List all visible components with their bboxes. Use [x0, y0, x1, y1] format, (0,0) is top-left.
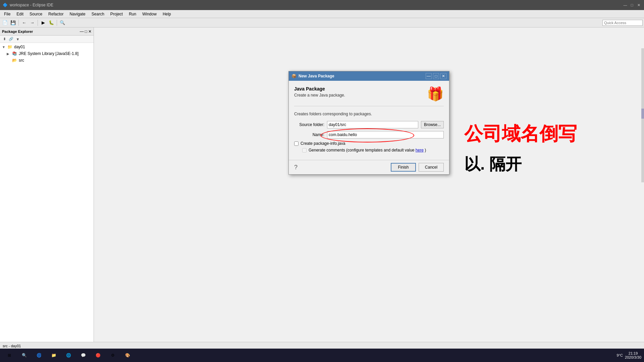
browse-button[interactable]: Browse... [421, 121, 444, 128]
here-link[interactable]: here [416, 148, 424, 153]
dialog-title-icon: 📦 [291, 74, 297, 78]
annotation-chinese-1: 公司域名倒写 [464, 121, 577, 147]
name-input[interactable] [327, 131, 444, 138]
source-folder-input[interactable] [327, 121, 418, 128]
menu-refactor[interactable]: Refactor [46, 10, 66, 18]
src-icon: 📂 [11, 58, 17, 63]
package-info-label[interactable]: Create package-info.java [301, 141, 345, 146]
dialog-overlay: 📦 New Java Package — □ ✕ Java Package [94, 27, 644, 353]
generate-comments-checkbox-row: Generate comments (configure templates a… [302, 148, 444, 153]
menu-edit[interactable]: Edit [14, 10, 26, 18]
menu-file[interactable]: File [1, 10, 13, 18]
menu-bar: File Edit Source Refactor Navigate Searc… [0, 10, 644, 18]
app-icon-5[interactable]: 🎨 [121, 349, 134, 361]
link-editor-icon[interactable]: 🔗 [8, 36, 14, 42]
annotation-chinese-2: 以. 隔开 [464, 154, 577, 175]
sidebar-maximize-icon[interactable]: □ [85, 29, 87, 34]
dialog-restore-button[interactable]: □ [433, 73, 439, 79]
file-explorer-button[interactable]: 📁 [47, 349, 60, 361]
jre-label: JRE System Library [JavaSE-1.8] [19, 51, 78, 56]
tree-arrow-day01: ▼ [2, 45, 7, 49]
generate-comments-checkbox[interactable] [302, 148, 307, 153]
sidebar-minimize-icon[interactable]: — [80, 29, 84, 34]
toolbar-new[interactable]: 📄 [1, 19, 9, 26]
right-scrollbar[interactable] [641, 48, 644, 182]
status-text: src - day01 [3, 344, 21, 348]
menu-help[interactable]: Help [160, 10, 174, 18]
dialog-minimize-button[interactable]: — [426, 73, 432, 79]
new-java-package-dialog: 📦 New Java Package — □ ✕ Java Package [288, 71, 449, 175]
dialog-title-bar: 📦 New Java Package — □ ✕ [289, 71, 449, 81]
menu-run[interactable]: Run [126, 10, 139, 18]
package-explorer-title: Package Explorer [2, 29, 33, 34]
menu-project[interactable]: Project [108, 10, 125, 18]
app-title: workspace - Eclipse IDE [10, 3, 53, 7]
tree-src[interactable]: 📂 src [5, 57, 93, 64]
quick-access-input[interactable] [602, 20, 643, 26]
view-menu-icon[interactable]: ▼ [15, 36, 21, 42]
toolbar-save[interactable]: 💾 [9, 19, 17, 26]
quick-access [602, 20, 643, 26]
name-label: Name: [294, 132, 324, 137]
menu-window[interactable]: Window [140, 10, 159, 18]
app-icon: 🔷 [3, 3, 8, 7]
dialog-package-icon: 🎁 [427, 86, 444, 102]
project-icon: 📁 [7, 44, 13, 50]
scrollbar-thumb[interactable] [641, 109, 644, 119]
collapse-all-icon[interactable]: ⬍ [1, 36, 7, 42]
menu-navigate[interactable]: Navigate [67, 10, 88, 18]
project-label: day01 [14, 45, 25, 49]
finish-button[interactable]: Finish [391, 163, 416, 172]
dialog-header-text: Java Package Create a new Java package. [294, 86, 345, 98]
toolbar-forward[interactable]: → [29, 19, 36, 26]
toolbar-separator-1 [18, 20, 19, 26]
toolbar-debug[interactable]: 🐛 [48, 19, 55, 26]
generate-comments-label[interactable]: Generate comments (configure templates a… [309, 148, 426, 153]
tree-arrow-src [7, 59, 11, 62]
menu-search[interactable]: Search [89, 10, 107, 18]
title-bar-controls: — □ ✕ [623, 2, 641, 8]
src-label: src [19, 58, 24, 63]
cancel-button[interactable]: Cancel [419, 163, 444, 172]
tree-project-day01[interactable]: ▼ 📁 day01 [1, 44, 93, 50]
toolbar: 📄 💾 ← → ▶ 🐛 🔍 [0, 18, 644, 27]
close-button[interactable]: ✕ [636, 2, 641, 8]
settings-button[interactable]: ⚙ [106, 349, 119, 361]
generate-comments-text: Generate comments (configure templates a… [309, 148, 415, 153]
main-layout: Package Explorer — □ ✕ ⬍ 🔗 ▼ ▼ 📁 day01 ▶ [0, 27, 644, 353]
start-button[interactable]: ⊞ [3, 349, 16, 361]
sidebar-header: Package Explorer — □ ✕ [0, 27, 94, 36]
status-bar: src - day01 [0, 342, 644, 349]
edge-button[interactable]: 🌐 [62, 349, 75, 361]
toolbar-back[interactable]: ← [20, 19, 28, 26]
task-view-button[interactable]: 🌀 [32, 349, 46, 361]
dialog-subtitle: Create a new Java package. [294, 93, 345, 98]
toolbar-search[interactable]: 🔍 [59, 19, 66, 26]
chrome-button[interactable]: 🔴 [91, 349, 105, 361]
package-info-checkbox[interactable] [294, 141, 299, 146]
help-icon[interactable]: ? [294, 164, 298, 171]
dialog-header-section: Java Package Create a new Java package. … [294, 86, 444, 106]
dialog-close-button[interactable]: ✕ [440, 73, 446, 79]
sidebar-header-icons: — □ ✕ [80, 29, 92, 34]
dialog-title-text: 📦 New Java Package [291, 74, 334, 78]
maximize-button[interactable]: □ [629, 2, 635, 8]
sidebar-content: ▼ 📁 day01 ▶ 📚 JRE System Library [JavaSE… [0, 43, 94, 353]
dialog-footer: ? Finish Cancel [289, 160, 449, 174]
tree-jre-library[interactable]: ▶ 📚 JRE System Library [JavaSE-1.8] [5, 50, 93, 57]
sidebar-view-bar: ⬍ 🔗 ▼ [0, 36, 94, 43]
source-folder-row: Source folder: Browse... [294, 121, 444, 128]
menu-source[interactable]: Source [27, 10, 45, 18]
dialog-title-controls: — □ ✕ [426, 73, 446, 79]
wechat-button[interactable]: 💬 [76, 349, 90, 361]
search-taskbar-button[interactable]: 🔍 [17, 349, 31, 361]
name-row: Name: [294, 131, 444, 138]
minimize-button[interactable]: — [623, 2, 628, 8]
title-bar: 🔷 workspace - Eclipse IDE — □ ✕ [0, 0, 644, 10]
toolbar-run[interactable]: ▶ [40, 19, 47, 26]
dialog-action-buttons: Finish Cancel [391, 163, 444, 172]
dialog-body: Java Package Create a new Java package. … [289, 81, 449, 160]
clock: 21:19 2020/3/30 [625, 351, 641, 359]
sidebar-close-icon[interactable]: ✕ [88, 29, 92, 34]
taskbar-right: 9°C 21:19 2020/3/30 [617, 351, 641, 359]
